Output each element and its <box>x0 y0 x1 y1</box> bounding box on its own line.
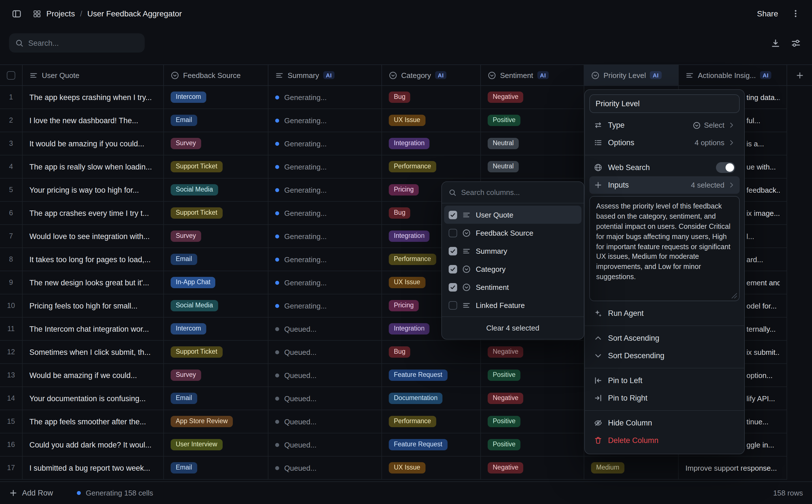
category-cell[interactable]: Documentation <box>382 387 481 410</box>
feedback-source-cell[interactable]: Email <box>164 387 268 410</box>
breadcrumb-projects[interactable]: Projects <box>46 9 75 18</box>
feedback-source-cell[interactable]: Support Ticket <box>164 341 268 363</box>
header-feedback-source[interactable]: Feedback Source <box>164 65 268 85</box>
category-cell[interactable]: Feature Request <box>382 433 481 456</box>
view-settings-button[interactable] <box>788 36 803 50</box>
summary-cell[interactable]: Queued... <box>268 410 382 433</box>
feedback-source-cell[interactable]: Email <box>164 457 268 479</box>
menu-item-sort-ascending[interactable]: Sort Ascending <box>589 329 740 347</box>
summary-cell[interactable]: Queued... <box>268 364 382 386</box>
sentiment-cell[interactable]: Positive <box>481 109 584 132</box>
category-cell[interactable]: Integration <box>382 132 481 155</box>
user-quote-cell[interactable]: It takes too long for pages to load,... <box>23 248 164 271</box>
actionable-insight-cell[interactable]: Improve support response... <box>679 457 787 479</box>
menu-item-run-agent[interactable]: Run Agent <box>589 305 740 322</box>
menu-item-sort-descending[interactable]: Sort Descending <box>589 347 740 364</box>
user-quote-cell[interactable]: Sometimes when I click submit, th... <box>23 341 164 363</box>
web-search-toggle[interactable] <box>716 162 735 173</box>
sentiment-cell[interactable]: Positive <box>481 410 584 433</box>
overflow-menu-button[interactable] <box>788 6 803 21</box>
summary-cell[interactable]: Generating... <box>268 179 382 201</box>
share-button[interactable]: Share <box>757 9 778 18</box>
user-quote-cell[interactable]: The new design looks great but it'... <box>23 271 164 294</box>
summary-cell[interactable]: Generating... <box>268 202 382 224</box>
category-cell[interactable]: Performance <box>382 410 481 433</box>
menu-item-delete-column[interactable]: Delete Column <box>589 432 740 449</box>
user-quote-cell[interactable]: Would love to see integration with... <box>23 225 164 247</box>
sentiment-cell[interactable]: Neutral <box>481 132 584 155</box>
user-quote-cell[interactable]: Would be amazing if we could... <box>23 364 164 386</box>
sentiment-cell[interactable]: Negative <box>481 457 584 479</box>
header-priority-level[interactable]: Priority Level AI <box>584 65 679 85</box>
summary-cell[interactable]: Generating... <box>268 86 382 108</box>
user-quote-cell[interactable]: It would be amazing if you could... <box>23 132 164 155</box>
column-search-input[interactable] <box>461 188 577 197</box>
column-option-linked-feature[interactable]: Linked Feature <box>444 296 581 314</box>
sidebar-toggle-button[interactable] <box>9 6 24 21</box>
checkbox-unchecked[interactable] <box>449 229 457 237</box>
menu-item-pin-left[interactable]: Pin to Left <box>589 372 740 389</box>
user-quote-cell[interactable]: Could you add dark mode? It woul... <box>23 433 164 456</box>
header-summary[interactable]: Summary AI <box>268 65 382 85</box>
header-category[interactable]: Category AI <box>382 65 481 85</box>
summary-cell[interactable]: Generating... <box>268 132 382 155</box>
category-cell[interactable]: UX Issue <box>382 457 481 479</box>
sentiment-cell[interactable]: Neutral <box>481 155 584 178</box>
checkbox-checked[interactable] <box>449 247 457 255</box>
user-quote-cell[interactable]: I love the new dashboard! The... <box>23 109 164 132</box>
checkbox-checked[interactable] <box>449 265 457 273</box>
category-cell[interactable]: Bug <box>382 86 481 108</box>
feedback-source-cell[interactable]: Intercom <box>164 318 268 340</box>
summary-cell[interactable]: Generating... <box>268 271 382 294</box>
header-sentiment[interactable]: Sentiment AI <box>481 65 584 85</box>
feedback-source-cell[interactable]: Survey <box>164 364 268 386</box>
feedback-source-cell[interactable]: Intercom <box>164 86 268 108</box>
add-row-button[interactable]: Add Row <box>9 489 53 497</box>
sentiment-cell[interactable]: Negative <box>481 86 584 108</box>
category-cell[interactable]: Performance <box>382 155 481 178</box>
header-user-quote[interactable]: User Quote <box>23 65 164 85</box>
summary-cell[interactable]: Generating... <box>268 155 382 178</box>
checkbox-unchecked[interactable] <box>449 301 457 309</box>
column-option-user-quote[interactable]: User Quote <box>444 206 581 224</box>
summary-cell[interactable]: Queued... <box>268 318 382 340</box>
menu-item-pin-right[interactable]: Pin to Right <box>589 389 740 407</box>
resize-grip[interactable] <box>731 293 737 298</box>
summary-cell[interactable]: Generating... <box>268 225 382 247</box>
clear-selected-button[interactable]: Clear 4 selected <box>442 316 584 339</box>
feedback-source-cell[interactable]: Social Media <box>164 294 268 317</box>
select-all-checkbox[interactable] <box>7 71 15 79</box>
add-column-button[interactable] <box>787 65 812 85</box>
user-quote-cell[interactable]: The app crashes every time I try t... <box>23 202 164 224</box>
feedback-source-cell[interactable]: Social Media <box>164 179 268 201</box>
feedback-source-cell[interactable]: Survey <box>164 132 268 155</box>
category-cell[interactable]: UX Issue <box>382 109 481 132</box>
sentiment-cell[interactable]: Negative <box>481 341 584 363</box>
summary-cell[interactable]: Generating... <box>268 294 382 317</box>
column-name-field[interactable]: Priority Level <box>589 94 740 113</box>
feedback-source-cell[interactable]: User Interview <box>164 433 268 456</box>
column-option-category[interactable]: Category <box>444 260 581 278</box>
category-cell[interactable]: Bug <box>382 341 481 363</box>
user-quote-cell[interactable]: The Intercom chat integration wor... <box>23 318 164 340</box>
feedback-source-cell[interactable]: In-App Chat <box>164 271 268 294</box>
user-quote-cell[interactable]: The app feels smoother after the... <box>23 410 164 433</box>
category-cell[interactable]: Feature Request <box>382 364 481 386</box>
menu-item-type[interactable]: Type Select <box>589 116 740 134</box>
feedback-source-cell[interactable]: Support Ticket <box>164 155 268 178</box>
column-option-feedback-source[interactable]: Feedback Source <box>444 224 581 242</box>
menu-item-web-search[interactable]: Web Search <box>589 159 740 176</box>
prompt-textarea[interactable]: Assess the priority level of this feedba… <box>589 196 740 301</box>
checkbox-checked[interactable] <box>449 210 457 219</box>
summary-cell[interactable]: Queued... <box>268 387 382 410</box>
header-actionable-insight[interactable]: Actionable Insig... AI <box>679 65 787 85</box>
priority-cell[interactable]: Medium <box>584 457 679 479</box>
summary-cell[interactable]: Generating... <box>268 248 382 271</box>
summary-cell[interactable]: Queued... <box>268 433 382 456</box>
user-quote-cell[interactable]: I submitted a bug report two week... <box>23 457 164 479</box>
download-button[interactable] <box>768 36 783 50</box>
feedback-source-cell[interactable]: Survey <box>164 225 268 247</box>
user-quote-cell[interactable]: The app keeps crashing when I try... <box>23 86 164 108</box>
sentiment-cell[interactable]: Positive <box>481 433 584 456</box>
feedback-source-cell[interactable]: Email <box>164 109 268 132</box>
